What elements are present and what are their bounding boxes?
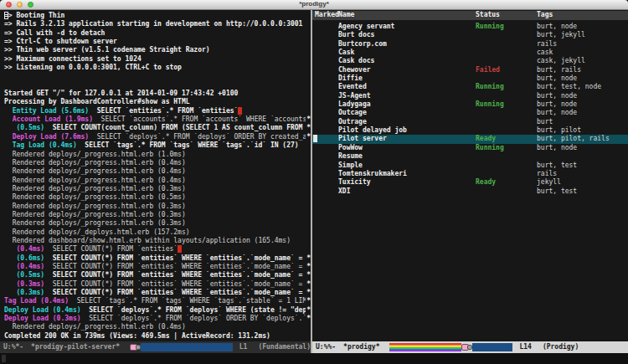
- process-row[interactable]: Outcageburt, node: [312, 109, 628, 117]
- nyan-mode-progress-bar: [130, 343, 233, 351]
- buffer-status-flags: U:%%-: [316, 343, 336, 351]
- process-tags: burt, rails: [537, 66, 628, 74]
- log-line: >> Thin web server (v1.5.1 codename Stra…: [4, 46, 311, 54]
- log-text: Started GET "/" for 127.0.0.1 at 2014-01…: [4, 90, 238, 97]
- log-text: (0.5ms): [4, 271, 44, 279]
- process-row[interactable]: ChewoverFailedburt, rails: [312, 66, 628, 74]
- nyan-mode-progress-bar: [389, 343, 512, 351]
- log-line: Rendered deploys/_progress.html.erb (0.5…: [4, 193, 311, 202]
- log-line: Rendered deploys/_progress.html.erb (0.4…: [4, 323, 311, 331]
- log-line: (0.3ms) SELECT COUNT(*) FROM `entities` …: [4, 289, 311, 297]
- process-tags: burt, test: [537, 187, 628, 196]
- log-text: SELECT COUNT(*) FROM `entities` WHERE `e…: [44, 263, 311, 270]
- process-row[interactable]: Caskcask: [312, 49, 628, 57]
- buffer-name: *prodigy*: [343, 343, 379, 351]
- minimize-button[interactable]: [17, 2, 23, 8]
- log-text: SELECT `deploys`.* FROM `deploys` ORDER …: [81, 315, 311, 322]
- zoom-button[interactable]: [28, 2, 33, 8]
- table-header-row: Marked Name Status Tags: [312, 11, 628, 20]
- nyan-remaining-track: [472, 343, 513, 351]
- process-row[interactable]: Pilot delayed jobburt, pilot: [312, 126, 628, 135]
- truncation-indicator: *: [306, 315, 311, 323]
- process-status: Running: [476, 144, 537, 152]
- process-row[interactable]: Burtcorp.comrails: [312, 40, 628, 49]
- process-row[interactable]: TuxicityReadyjekyll: [312, 178, 628, 187]
- process-name: JS-Agent: [338, 92, 476, 100]
- process-row[interactable]: Resume: [312, 152, 628, 161]
- log-text: > Booting Thin: [8, 12, 64, 19]
- process-tags: rails: [537, 40, 628, 49]
- process-row[interactable]: Cask docscask, jekyll: [312, 57, 628, 65]
- process-row[interactable]: Outrageburt: [312, 118, 628, 126]
- process-status: Running: [476, 83, 537, 91]
- server-log-pane: => Booting Thin=> Rails 3.2.13 applicati…: [0, 10, 311, 353]
- log-text: Deploy Load (7.6ms): [4, 133, 89, 141]
- process-row[interactable]: PowWowRunningburt, node: [312, 144, 628, 152]
- log-text: (0.3ms): [4, 280, 44, 288]
- editor-split: => Booting Thin=> Rails 3.2.13 applicati…: [0, 10, 628, 353]
- log-text: Tag Load (0.4ms): [4, 141, 77, 149]
- close-button[interactable]: [6, 2, 12, 8]
- modeline-left: U:%*- *prodigy-pilot-server* L1 (Fundame…: [0, 341, 311, 353]
- truncation-indicator: *: [306, 306, 311, 315]
- process-tags: burt, test, node: [537, 83, 628, 91]
- process-row[interactable]: JS-Agentburt, node: [312, 92, 628, 100]
- titlebar[interactable]: *prodigy*: [0, 0, 628, 10]
- nyan-remaining-track: [141, 343, 233, 351]
- process-status: Failed: [476, 66, 537, 74]
- buffer-name: *prodigy-pilot-server*: [31, 343, 120, 351]
- process-tags: burt: [537, 118, 628, 126]
- process-name: Ladygaga: [338, 100, 476, 109]
- echo-area[interactable]: [0, 353, 628, 364]
- log-line: Rendered deploys/_progress.html.erb (0.4…: [4, 159, 311, 167]
- process-row[interactable]: Agency servantRunningburt, node: [312, 23, 628, 31]
- log-text: Rendered deploys/_progress.html.erb (0.3…: [4, 211, 186, 218]
- log-text: Deploy Load (0.4ms): [4, 306, 81, 314]
- process-status: Ready: [476, 135, 537, 143]
- log-line: => Call with -d to detach: [4, 29, 311, 38]
- log-text: SELECT `tags`.* FROM `tags` WHERE `tags`…: [69, 297, 311, 305]
- process-name: Burt docs: [338, 31, 476, 39]
- process-row[interactable]: Diffieburt, node: [312, 74, 628, 83]
- process-row[interactable]: Burt docsburt, jekyll: [312, 31, 628, 39]
- log-line: Rendered deploys/_deploys.html.erb (157.…: [4, 228, 311, 237]
- log-text: SELECT `deploys`.* FROM `deploys` WHERE …: [81, 306, 311, 314]
- log-line: (0.3ms) SELECT COUNT(*) FROM `entities` …: [4, 280, 311, 289]
- process-name: Cask: [338, 49, 476, 57]
- process-name: XDI: [338, 187, 476, 196]
- prodigy-pane: Marked Name Status Tags Agency servantRu…: [312, 10, 628, 353]
- truncation-indicator: *: [306, 297, 311, 305]
- log-line: => Ctrl-C to shutdown server: [4, 38, 311, 46]
- log-text: Rendered deploys/_progress.html.erb (0.3…: [4, 219, 186, 227]
- process-row[interactable]: Tomtenskrukmakerirails: [312, 170, 628, 178]
- process-row[interactable]: Pilot serverReadyburt, pilot, rails: [312, 135, 628, 143]
- process-name: Tomtenskrukmakeri: [338, 170, 476, 178]
- process-tags: cask, jekyll: [537, 57, 628, 65]
- process-name: Agency servant: [338, 23, 476, 31]
- process-name: Chewover: [338, 66, 476, 74]
- process-row[interactable]: LadygagaRunningburt, node: [312, 100, 628, 109]
- log-text: SELECT `entities`.* FROM `entities`: [89, 107, 238, 115]
- log-text: >> Maximum connections set to 1024: [4, 55, 142, 63]
- point-cursor: [313, 135, 317, 142]
- log-text: Rendered deploys/_progress.html.erb (0.4…: [4, 177, 186, 184]
- process-name: Tuxicity: [338, 178, 476, 187]
- log-text: (0.5ms): [4, 124, 44, 131]
- server-log[interactable]: => Booting Thin=> Rails 3.2.13 applicati…: [0, 10, 311, 341]
- log-text: (0.6ms): [4, 254, 44, 262]
- log-line: Rendered deploys/_progress.html.erb (0.4…: [4, 177, 311, 185]
- window-title: *prodigy*: [0, 0, 628, 8]
- major-mode-indicator: (Prodigy): [543, 343, 579, 351]
- process-name: PowWow: [338, 144, 476, 152]
- log-line: Rendered deploys/_progress.html.erb (0.4…: [4, 167, 311, 176]
- process-name: Resume: [338, 152, 476, 161]
- trailing-whitespace-highlight: [178, 245, 182, 253]
- process-name: Pilot delayed job: [338, 126, 476, 135]
- emacs-terminal-window: *prodigy* => Booting Thin=> Rails 3.2.13…: [0, 0, 628, 364]
- log-text: SELECT `tags`.* FROM `tags` WHERE `tags`…: [77, 141, 299, 149]
- process-row[interactable]: XDIburt, test: [312, 187, 628, 196]
- process-name: Outcage: [338, 109, 476, 117]
- process-row[interactable]: Simpleburt, test: [312, 161, 628, 170]
- process-row[interactable]: EventedRunningburt, test, node: [312, 83, 628, 91]
- truncation-indicator: *: [306, 271, 311, 279]
